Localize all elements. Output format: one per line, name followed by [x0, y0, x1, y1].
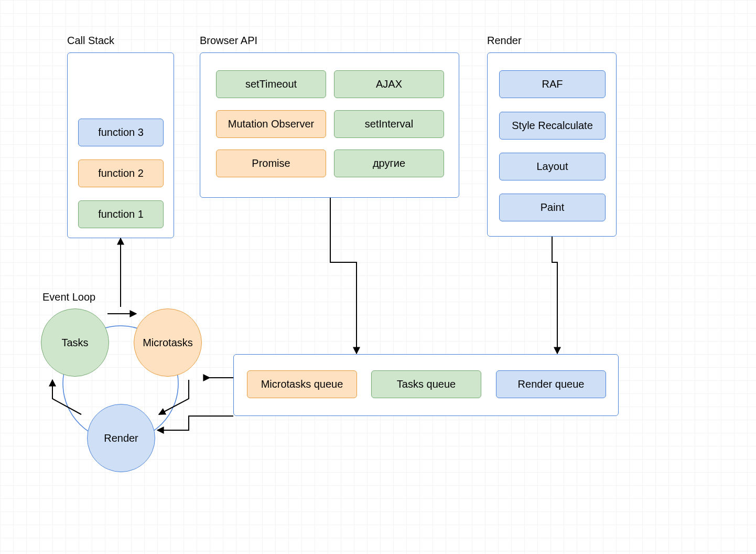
call-stack-container: function 3 function 2 function 1 — [67, 52, 174, 238]
queues-container: Microtasks queue Tasks queue Render queu… — [233, 354, 619, 416]
render-item: Style Recalculate — [499, 112, 606, 140]
render-container: RAF Style Recalculate Layout Paint — [487, 52, 617, 237]
event-loop-microtasks-circle: Microtasks — [134, 308, 202, 377]
api-item-promise: Promise — [216, 150, 326, 177]
render-item: Paint — [499, 194, 606, 221]
browser-api-title: Browser API — [200, 35, 257, 47]
api-item-other: другие — [334, 150, 444, 177]
call-stack-item: function 2 — [78, 159, 164, 187]
api-item-setinterval: setInterval — [334, 110, 444, 138]
render-item: RAF — [499, 70, 606, 98]
api-item-ajax: AJAX — [334, 70, 444, 98]
render-item: Layout — [499, 153, 606, 180]
event-loop-title: Event Loop — [42, 291, 95, 303]
call-stack-title: Call Stack — [67, 35, 114, 47]
render-title: Render — [487, 35, 522, 47]
call-stack-item: function 1 — [78, 200, 164, 228]
call-stack-item: function 3 — [78, 119, 164, 146]
microtasks-queue: Microtasks queue — [247, 370, 357, 398]
api-item-mutation-observer: Mutation Observer — [216, 110, 326, 138]
event-loop-render-circle: Render — [87, 404, 155, 472]
browser-api-container: setTimeout AJAX Mutation Observer setInt… — [200, 52, 459, 198]
event-loop-tasks-circle: Tasks — [41, 308, 109, 377]
render-queue: Render queue — [496, 370, 606, 398]
api-item-settimeout: setTimeout — [216, 70, 326, 98]
tasks-queue: Tasks queue — [371, 370, 481, 398]
